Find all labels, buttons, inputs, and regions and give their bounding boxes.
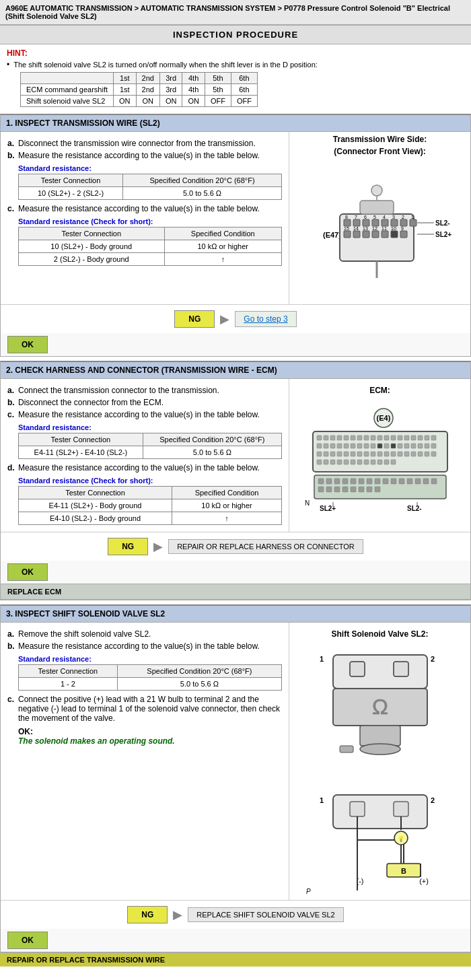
step1-header: 1. INSPECT TRANSMISSION WIRE (SL2) — [1, 115, 470, 132]
svg-rect-69 — [371, 444, 375, 448]
step2-section: 2. CHECK HARNESS AND CONNECTOR (TRANSMIS… — [0, 361, 471, 600]
svg-rect-153 — [350, 802, 365, 816]
step2-header: 2. CHECK HARNESS AND CONNECTOR (TRANSMIS… — [1, 362, 470, 379]
svg-point-148 — [360, 744, 400, 755]
svg-rect-104 — [364, 460, 369, 464]
svg-rect-94 — [418, 452, 423, 456]
svg-rect-7 — [391, 219, 398, 226]
svg-text:3: 3 — [392, 215, 395, 219]
svg-rect-3 — [353, 219, 360, 226]
svg-rect-54 — [391, 435, 396, 440]
svg-rect-122 — [415, 479, 421, 484]
svg-text:SL2-: SL2- — [435, 219, 450, 227]
svg-rect-124 — [431, 479, 437, 484]
svg-text:P: P — [306, 888, 311, 895]
svg-rect-149 — [340, 746, 353, 753]
svg-rect-116 — [367, 479, 372, 484]
svg-rect-132 — [375, 487, 380, 492]
step3-arrow: ▶ — [173, 907, 182, 922]
step1-c: c. Measure the resistance according to t… — [7, 204, 282, 213]
step2-left: a. Connect the transmission connector to… — [1, 379, 289, 532]
svg-rect-79 — [317, 452, 322, 456]
hint-label: HINT: — [7, 48, 28, 58]
svg-rect-6 — [382, 219, 388, 226]
svg-rect-47 — [344, 435, 349, 440]
svg-text:10: 10 — [391, 226, 396, 231]
inspection-title: INSPECTION PROCEDURE — [0, 25, 471, 44]
svg-rect-14 — [382, 231, 388, 238]
svg-rect-107 — [384, 460, 389, 464]
svg-rect-46 — [337, 435, 342, 440]
svg-rect-55 — [398, 435, 402, 440]
svg-rect-8 — [400, 219, 407, 226]
step2-repair-box: REPAIR OR REPLACE HARNESS OR CONNECTOR — [168, 539, 363, 554]
svg-rect-82 — [337, 452, 342, 456]
svg-text:SL2-: SL2- — [407, 505, 422, 512]
ecm-diagram: (E4) — [299, 398, 461, 519]
svg-rect-88 — [377, 452, 382, 456]
svg-rect-103 — [357, 460, 362, 464]
step3-ng-btn[interactable]: NG — [127, 906, 168, 923]
step3-a: a. Remove the shift solenoid valve SL2. — [7, 629, 282, 639]
svg-rect-16 — [400, 231, 407, 238]
svg-rect-119 — [391, 479, 396, 484]
step2-d: d. Measure the resistance according to t… — [7, 463, 282, 473]
svg-text:1: 1 — [320, 655, 324, 663]
svg-text:B: B — [401, 867, 406, 875]
svg-rect-49 — [357, 435, 362, 440]
svg-rect-129 — [351, 487, 356, 492]
svg-rect-92 — [404, 452, 409, 456]
svg-rect-44 — [324, 435, 328, 440]
svg-rect-110 — [318, 479, 324, 484]
svg-rect-87 — [371, 452, 375, 456]
step3-content: a. Remove the shift solenoid valve SL2. … — [1, 623, 470, 900]
svg-rect-50 — [364, 435, 369, 440]
step1-ng-btn[interactable]: NG — [174, 310, 215, 328]
hint-table: 1st2nd3rd4th5th6th ECM command gearshift… — [20, 72, 258, 107]
step3-section: 3. INSPECT SHIFT SOLENOID VALVE SL2 a. R… — [0, 604, 471, 952]
step1-table2: Tester Connection Specified Condition 10… — [18, 227, 282, 266]
svg-rect-58 — [418, 435, 423, 440]
svg-rect-125 — [318, 487, 324, 492]
svg-rect-36 — [360, 201, 394, 214]
bottom-bar: REPAIR OR REPLACE TRANSMISSION WIRE — [0, 952, 471, 967]
svg-rect-115 — [359, 479, 364, 484]
svg-rect-51 — [371, 435, 375, 440]
page-header: A960E AUTOMATIC TRANSMISSION > AUTOMATIC… — [0, 0, 471, 25]
step2-ok-row: OK — [1, 561, 470, 584]
repair-replace-text: REPAIR OR REPLACE TRANSMISSION WIRE — [7, 956, 165, 964]
step1-std-resistance-check: Standard resistance (Check for short): — [18, 217, 282, 225]
step2-ng-btn[interactable]: NG — [108, 538, 148, 555]
step3-std-resistance: Standard resistance: — [18, 655, 282, 663]
svg-text:2: 2 — [402, 215, 404, 219]
svg-rect-48 — [351, 435, 355, 440]
step3-ok-label: OK: The solenoid makes an operating soun… — [18, 727, 282, 746]
svg-rect-72 — [391, 444, 396, 448]
step1-ok-btn[interactable]: OK — [7, 336, 48, 353]
step3-ok-btn[interactable]: OK — [7, 932, 48, 949]
svg-rect-131 — [367, 487, 372, 492]
svg-rect-100 — [337, 460, 342, 464]
step1-std-resistance: Standard resistance: — [18, 164, 282, 172]
svg-text:SL2+: SL2+ — [320, 505, 336, 512]
step2-std-resistance-check: Standard resistance (Check for short): — [18, 477, 282, 485]
step2-c: c. Measure the resistance according to t… — [7, 410, 282, 419]
svg-text:13: 13 — [363, 226, 368, 231]
replace-ecm: REPLACE ECM — [1, 584, 470, 600]
svg-rect-68 — [364, 444, 369, 448]
svg-rect-101 — [344, 460, 349, 464]
svg-text:9: 9 — [401, 226, 404, 231]
svg-rect-90 — [391, 452, 396, 456]
step2-ok-btn[interactable]: OK — [7, 563, 48, 581]
svg-rect-126 — [326, 487, 332, 492]
step3-b: b. Measure the resistance according to t… — [7, 641, 282, 651]
svg-text:1: 1 — [411, 215, 414, 219]
svg-rect-147 — [360, 726, 400, 746]
svg-rect-113 — [342, 479, 348, 484]
svg-rect-62 — [324, 444, 328, 448]
step3-c: c. Connect the positive (+) lead with a … — [7, 695, 282, 723]
svg-rect-154 — [394, 802, 408, 816]
svg-text:N: N — [305, 499, 310, 507]
svg-rect-108 — [391, 460, 396, 464]
step1-go-link[interactable]: Go to step 3 — [235, 311, 296, 327]
